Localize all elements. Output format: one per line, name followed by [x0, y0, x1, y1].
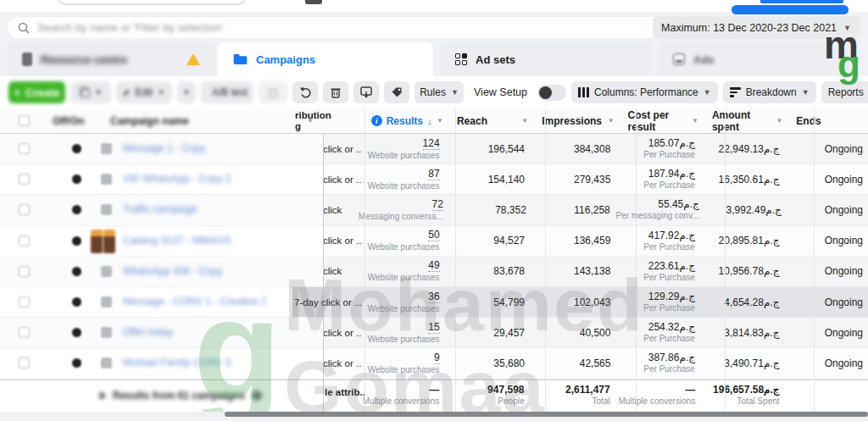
ends-total-cell: [788, 380, 868, 411]
campaign-toggle[interactable]: [72, 297, 81, 307]
export-button[interactable]: [353, 81, 379, 103]
reports-button[interactable]: Reports ▼: [821, 81, 868, 103]
ab-test-button[interactable]: A/B test: [201, 81, 253, 103]
off-on-header[interactable]: Off/On: [53, 115, 84, 127]
campaign-toggle[interactable]: [72, 358, 81, 368]
cost-cell: 55.45ج.مPer messaging conv...: [619, 195, 708, 224]
delete-disabled-button[interactable]: [259, 81, 287, 103]
campaign-row-left[interactable]: Offer today: [0, 318, 323, 348]
campaign-name-link[interactable]: Traffic campaign: [123, 203, 198, 215]
clipped-browser-element: [305, 0, 322, 4]
tab-campaigns[interactable]: Campaigns: [218, 42, 433, 76]
row-checkbox[interactable]: [19, 357, 30, 368]
tab-ad-sets[interactable]: Ad sets: [440, 42, 654, 76]
edit-button[interactable]: Edit ▼: [116, 81, 172, 103]
duplicate-button[interactable]: ▼: [70, 81, 111, 103]
search-input[interactable]: Search by name or 'Filter by selection': [7, 16, 704, 39]
campaign-row-left[interactable]: Catalog 3137 - MMAGS: [0, 226, 323, 257]
campaign-name-header[interactable]: Campaign name: [110, 115, 189, 127]
campaign-name-link[interactable]: Offer today: [123, 326, 173, 338]
row-checkbox[interactable]: [19, 143, 30, 154]
row-checkbox[interactable]: [19, 266, 30, 277]
rules-button[interactable]: Rules ▼: [415, 81, 464, 103]
amount-spent-header-cell[interactable]: Amount spent ▼: [704, 108, 787, 133]
chevron-down-icon[interactable]: ▼: [521, 117, 528, 125]
campaign-toggle[interactable]: [72, 267, 81, 276]
impressions-cell: 42,565: [533, 348, 619, 378]
campaign-toggle[interactable]: [72, 328, 81, 337]
chevron-down-icon: ▼: [802, 88, 810, 97]
campaign-row-left[interactable]: Traffic campaign: [0, 195, 323, 225]
campaign-toggle[interactable]: [72, 205, 81, 214]
breakdown-button[interactable]: Breakdown ▼: [723, 81, 816, 103]
campaign-row-left[interactable]: WhatsApp 438 - Copy: [0, 257, 323, 287]
row-checkbox[interactable]: [19, 204, 30, 215]
chevron-down-icon[interactable]: ▼: [776, 117, 782, 125]
campaign-row-left[interactable]: Message 1 - Copy: [0, 134, 323, 164]
campaign-toggle[interactable]: [72, 236, 81, 246]
clipped-blue-button[interactable]: [732, 5, 849, 14]
reach-header-cell[interactable]: Reach ▼: [448, 108, 533, 133]
impressions-cell: 279,435: [533, 164, 619, 194]
row-checkbox[interactable]: [19, 174, 30, 185]
attribution-setting-header[interactable]: ribution g: [295, 110, 331, 132]
campaign-name-link[interactable]: WhatsApp 438 - Copy: [123, 265, 222, 277]
row-checkbox[interactable]: [19, 296, 30, 307]
campaign-toggle[interactable]: [72, 174, 81, 184]
ends-cell: Ongoing: [787, 318, 868, 347]
attribution-cell: click or ...: [323, 226, 362, 256]
chevron-down-icon[interactable]: ▼: [437, 117, 443, 125]
campaign-name-link[interactable]: Morhad Family CONV 3: [123, 357, 231, 368]
campaign-name-link[interactable]: Catalog 3137 - MMAGS: [123, 235, 231, 247]
impressions-header-cell[interactable]: Impressions ▼: [533, 108, 619, 133]
columns-button[interactable]: Columns: Performance ▼: [571, 81, 718, 103]
ends-cell: Ongoing: [787, 226, 868, 256]
row-checkbox[interactable]: [19, 327, 30, 338]
cost-cell: 254.32ج.مPer Purchase: [619, 318, 704, 347]
impressions-cell: 102,043: [533, 287, 619, 317]
more-edit-button[interactable]: ▼: [177, 81, 196, 103]
select-all-checkbox[interactable]: [19, 115, 30, 126]
impressions-cell: 143,138: [533, 257, 619, 286]
campaign-icon: [101, 174, 112, 185]
impressions-cell: 384,308: [533, 134, 619, 163]
tab-ads[interactable]: Ads: [658, 42, 856, 76]
delete-button[interactable]: [323, 81, 348, 103]
frozen-pane-divider[interactable]: [323, 134, 324, 412]
view-setup-toggle[interactable]: [537, 85, 566, 101]
undo-button[interactable]: [292, 81, 318, 103]
campaign-toggle[interactable]: [72, 144, 81, 153]
tab-resource-centre[interactable]: Resource centre: [7, 42, 215, 76]
impressions-cell: 136,459: [533, 226, 619, 256]
row-checkbox[interactable]: [19, 235, 30, 247]
ends-header-cell[interactable]: Ends: [787, 108, 868, 133]
view-setup-label: View Setup: [474, 86, 527, 98]
date-range-label: Maximum: 13 Dec 2020-23 Dec 2021: [661, 22, 837, 34]
hscrollbar-thumb[interactable]: [225, 412, 868, 417]
cost-total-cell: — Multiple conversions: [619, 380, 704, 411]
info-icon[interactable]: i: [371, 115, 382, 126]
chevron-down-icon: ▼: [451, 88, 459, 97]
chevron-down-icon[interactable]: ▼: [692, 117, 698, 125]
reach-total-cell: 947,598 People: [448, 380, 532, 411]
campaign-row-left[interactable]: VID WhatsApp - Copy 2: [0, 164, 323, 195]
results-expander[interactable]: Results from 61 campaigns i: [100, 390, 262, 402]
cost-per-result-header-cell[interactable]: Cost per result ▼: [620, 108, 704, 133]
amount-cell: 16,350.61ج.م: [704, 164, 788, 194]
ends-cell: Ongoing: [787, 164, 868, 194]
results-header-cell[interactable]: i Results ↓ ▼: [363, 108, 448, 133]
trash-icon: [331, 86, 341, 98]
campaign-row-left[interactable]: Message - CONV 1 - Creative 2: [0, 287, 323, 318]
campaign-row-left[interactable]: Morhad Family CONV 3: [0, 348, 323, 379]
campaign-name-link[interactable]: VID WhatsApp - Copy 2: [123, 173, 231, 185]
campaign-icon: [101, 296, 112, 307]
date-range-selector[interactable]: Maximum: 13 Dec 2020-23 Dec 2021 ▼: [653, 16, 860, 39]
campaign-name-link[interactable]: Message - CONV 1 - Creative 2: [123, 296, 266, 307]
campaign-name-link[interactable]: Message 1 - Copy: [123, 142, 205, 154]
ends-cell: Ongoing: [787, 348, 868, 378]
tag-button[interactable]: [384, 81, 409, 103]
chevron-down-icon[interactable]: ▼: [608, 117, 615, 125]
create-button[interactable]: + Create: [8, 81, 65, 103]
toggle-knob: [539, 86, 552, 99]
bottom-strip: [0, 418, 868, 421]
